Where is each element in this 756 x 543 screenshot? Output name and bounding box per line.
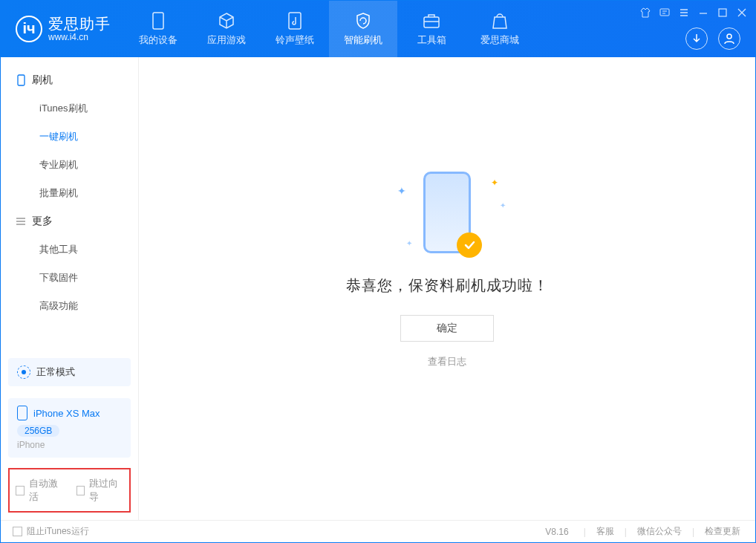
view-log-link[interactable]: 查看日志 [428,355,466,368]
sidebar: 刷机 iTunes刷机 一键刷机 专业刷机 批量刷机 更多 其他工具 下载固件 … [1,57,139,520]
sidebar-item-pro-flash[interactable]: 专业刷机 [1,151,138,179]
cube-icon [217,11,236,30]
sidebar-item-other-tools[interactable]: 其他工具 [1,235,138,264]
svg-rect-6 [18,75,25,85]
svg-rect-1 [289,13,301,29]
version-label: V8.16 [545,527,568,537]
bottom-options-box: 自动激活 跳过向导 [8,468,131,513]
device-phone-icon [17,406,27,420]
nav-toolbox[interactable]: 工具箱 [397,1,466,57]
shirt-icon[interactable] [639,7,651,19]
sparkle-icon: ✦ [491,178,498,188]
account-button[interactable] [718,27,740,50]
nav-my-device[interactable]: 我的设备 [124,1,192,57]
svg-rect-5 [719,9,726,16]
sidebar-group-label: 更多 [32,215,53,228]
success-illustration: ✦ ✦ ✦ ✦ [384,164,510,261]
close-button[interactable] [736,7,748,19]
top-nav: 我的设备 应用游戏 铃声壁纸 智能刷机 工具箱 爱思商城 [124,1,534,57]
menu-icon[interactable] [678,7,690,19]
nav-ring-wallpaper[interactable]: 铃声壁纸 [261,1,329,57]
main-content: ✦ ✦ ✦ ✦ 恭喜您，保资料刷机成功啦！ 确定 查看日志 [139,57,755,520]
sidebar-item-itunes-flash[interactable]: iTunes刷机 [1,94,138,123]
app-name: 爱思助手 [48,16,111,33]
sidebar-item-onekey-flash[interactable]: 一键刷机 [1,123,138,151]
skip-guide-checkbox[interactable]: 跳过向导 [76,477,124,504]
nav-label: 智能刷机 [344,33,382,47]
nav-store[interactable]: 爱思商城 [466,1,534,57]
checkbox-icon [76,486,85,495]
nav-label: 我的设备 [139,33,177,47]
mode-icon [17,365,30,379]
bag-icon [490,11,509,30]
checkbox-icon [16,486,25,495]
nav-smart-flash[interactable]: 智能刷机 [329,1,397,57]
maximize-button[interactable] [717,7,729,19]
mode-indicator[interactable]: 正常模式 [8,358,131,386]
sidebar-item-batch-flash[interactable]: 批量刷机 [1,179,138,207]
sidebar-item-advanced[interactable]: 高级功能 [1,292,138,320]
svg-point-3 [727,34,731,39]
nav-label: 铃声壁纸 [276,33,314,47]
check-badge-icon [457,233,482,258]
success-message: 恭喜您，保资料刷机成功啦！ [346,276,549,296]
checkbox-icon [13,527,22,536]
download-button[interactable] [685,27,708,50]
support-link[interactable]: 客服 [593,525,617,538]
list-icon [16,216,26,227]
phone-small-icon [16,75,26,85]
logo-icon: iч [16,16,42,42]
music-file-icon [285,11,304,30]
prevent-itunes-checkbox[interactable]: 阻止iTunes运行 [13,525,89,538]
device-info[interactable]: iPhone XS Max 256GB iPhone [8,398,131,458]
sparkle-icon: ✦ [406,239,412,247]
sidebar-item-download-fw[interactable]: 下载固件 [1,264,138,292]
nav-apps-games[interactable]: 应用游戏 [192,1,261,57]
briefcase-icon [422,11,441,30]
feedback-icon[interactable] [659,7,671,19]
sidebar-group-more: 更多 [1,207,138,235]
nav-label: 应用游戏 [207,33,246,47]
checkbox-label: 阻止iTunes运行 [27,525,89,538]
sidebar-group-flash: 刷机 [1,66,138,94]
nav-label: 爱思商城 [480,33,519,47]
shield-refresh-icon [353,11,373,30]
wechat-link[interactable]: 微信公众号 [634,525,685,538]
sparkle-icon: ✦ [500,201,506,209]
device-name: iPhone XS Max [33,408,100,419]
checkbox-label: 跳过向导 [89,477,123,504]
phone-icon [149,11,168,30]
svg-rect-4 [660,9,669,16]
checkbox-label: 自动激活 [29,477,63,504]
sidebar-group-label: 刷机 [32,74,53,87]
app-url: www.i4.cn [48,33,111,43]
check-update-link[interactable]: 检查更新 [702,525,743,538]
minimize-button[interactable] [697,7,709,19]
auto-activate-checkbox[interactable]: 自动激活 [16,477,63,504]
footer: 阻止iTunes运行 V8.16 | 客服 | 微信公众号 | 检查更新 [1,520,755,542]
mode-label: 正常模式 [36,365,75,379]
device-type: iPhone [17,440,122,450]
logo[interactable]: iч 爱思助手 www.i4.cn [1,16,124,43]
ok-button[interactable]: 确定 [400,315,494,342]
sparkle-icon: ✦ [397,185,406,197]
svg-rect-0 [153,13,163,29]
svg-rect-2 [424,17,439,27]
app-header: iч 爱思助手 www.i4.cn 我的设备 应用游戏 铃声壁纸 智能刷机 工具… [1,1,755,57]
nav-label: 工具箱 [417,33,446,47]
device-storage: 256GB [17,425,59,437]
